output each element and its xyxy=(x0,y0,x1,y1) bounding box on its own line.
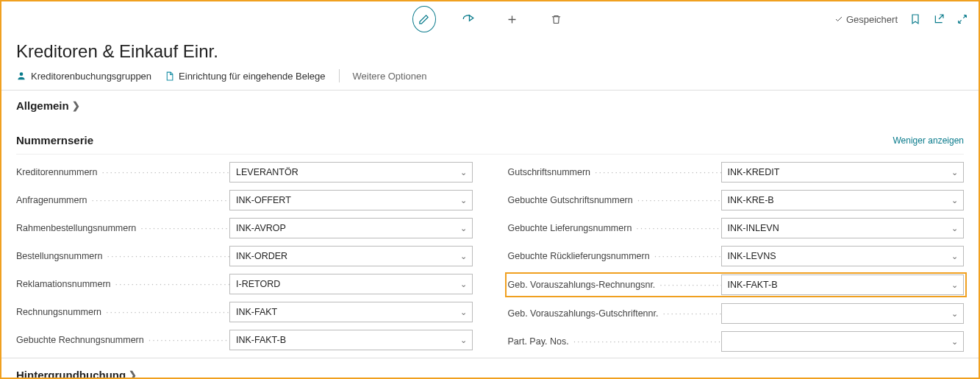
field-row: Geb. Vorauszahlungs-Rechnungsnr.⌄ xyxy=(507,274,966,296)
field-wrap: ⌄ xyxy=(721,303,965,324)
field-wrap: ⌄ xyxy=(721,331,965,352)
trash-icon xyxy=(551,14,562,25)
field-row: Gebuchte Lieferungsnummern⌄ xyxy=(508,218,965,238)
field-row: Reklamationsnummern⌄ xyxy=(16,274,473,294)
new-button[interactable] xyxy=(501,7,524,31)
field-wrap: ⌄ xyxy=(229,246,473,266)
topbar: Gespeichert xyxy=(1,1,979,37)
field-wrap: ⌄ xyxy=(229,274,473,294)
field-row: Gebuchte Rücklieferungsnummern⌄ xyxy=(508,246,965,266)
divider xyxy=(339,69,340,82)
field-wrap: ⌄ xyxy=(229,330,473,350)
field-label: Gutschriftsnummern xyxy=(508,167,721,177)
field-row: Gebuchte Gutschriftsnummern⌄ xyxy=(508,190,965,210)
fields-right-column: Gutschriftsnummern⌄Gebuchte Gutschriftsn… xyxy=(508,162,965,352)
field-row: Bestellungsnummern⌄ xyxy=(16,246,473,266)
dropdown-input[interactable] xyxy=(229,302,473,322)
field-row: Rahmenbestellungsnummern⌄ xyxy=(16,218,473,238)
field-wrap: ⌄ xyxy=(721,246,965,266)
section-head-number-series[interactable]: Nummernserie Weniger anzeigen xyxy=(16,134,964,155)
cmd-posting-groups[interactable]: Kreditorenbuchungsgruppen xyxy=(16,71,151,82)
share-icon xyxy=(462,13,475,26)
chevron-right-icon: ❯ xyxy=(72,100,80,111)
field-label: Gebuchte Lieferungsnummern xyxy=(508,223,721,233)
document-icon xyxy=(165,71,174,81)
dropdown-input[interactable] xyxy=(721,190,965,210)
field-label: Bestellungsnummern xyxy=(16,251,229,261)
field-row: Anfragenummern⌄ xyxy=(16,190,473,210)
field-label: Part. Pay. Nos. xyxy=(508,336,721,347)
field-label: Geb. Vorauszahlungs-Rechnungsnr. xyxy=(508,280,721,290)
field-label: Gebuchte Rechnungsnummern xyxy=(16,335,229,345)
fields-left-column: Kreditorennummern⌄Anfragenummern⌄Rahmenb… xyxy=(16,162,473,352)
field-wrap: ⌄ xyxy=(229,302,473,322)
dropdown-input[interactable] xyxy=(229,274,473,294)
dropdown-input[interactable] xyxy=(721,218,965,238)
show-less-link[interactable]: Weniger anzeigen xyxy=(893,135,964,146)
share-button[interactable] xyxy=(457,7,480,31)
chevron-right-icon: ❯ xyxy=(129,369,137,379)
field-label: Gebuchte Rücklieferungsnummern xyxy=(508,251,721,261)
field-label: Rahmenbestellungsnummern xyxy=(16,223,229,233)
field-row: Gebuchte Rechnungsnummern⌄ xyxy=(16,330,473,350)
field-label: Anfragenummern xyxy=(16,195,229,205)
section-general: Allgemein ❯ xyxy=(1,91,979,125)
bookmark-button[interactable] xyxy=(909,13,921,25)
collapse-button[interactable] xyxy=(956,13,968,25)
field-label: Kreditorennummern xyxy=(16,167,229,177)
field-wrap: ⌄ xyxy=(229,190,473,210)
saved-status: Gespeichert xyxy=(834,14,898,25)
collapse-icon xyxy=(956,13,968,25)
field-wrap: ⌄ xyxy=(721,190,965,210)
section-head-general[interactable]: Allgemein ❯ xyxy=(16,99,964,119)
dropdown-input[interactable] xyxy=(229,218,473,238)
field-row: Rechnungsnummern⌄ xyxy=(16,302,473,322)
dropdown-input[interactable] xyxy=(721,246,965,266)
popout-icon xyxy=(933,13,945,25)
cmd-more-options[interactable]: Weitere Optionen xyxy=(353,71,427,82)
person-icon xyxy=(16,71,26,81)
field-row: Part. Pay. Nos.⌄ xyxy=(508,331,965,352)
dropdown-input[interactable] xyxy=(721,162,965,183)
section-head-background-posting[interactable]: Hintergrundbuchung ❯ xyxy=(16,369,964,379)
dropdown-input[interactable] xyxy=(229,330,473,350)
delete-button[interactable] xyxy=(545,7,568,31)
dropdown-input[interactable] xyxy=(229,246,473,266)
svg-point-0 xyxy=(20,72,24,76)
field-row: Geb. Vorauszahlungs-Gutschriftennr.⌄ xyxy=(508,303,965,324)
field-wrap: ⌄ xyxy=(721,162,965,183)
dropdown-input[interactable] xyxy=(721,274,965,295)
field-row: Kreditorennummern⌄ xyxy=(16,162,473,183)
field-wrap: ⌄ xyxy=(721,274,965,295)
edit-button[interactable] xyxy=(412,7,436,31)
section-background-posting: Hintergrundbuchung ❯ xyxy=(1,358,979,379)
field-row: Gutschriftsnummern⌄ xyxy=(508,162,965,183)
field-wrap: ⌄ xyxy=(229,218,473,238)
dropdown-input[interactable] xyxy=(229,190,473,210)
command-bar: Kreditorenbuchungsgruppen Einrichtung fü… xyxy=(1,69,979,91)
cmd-incoming-docs[interactable]: Einrichtung für eingehende Belege xyxy=(165,71,325,82)
field-wrap: ⌄ xyxy=(229,162,473,183)
plus-icon xyxy=(506,13,518,26)
field-label: Gebuchte Gutschriftsnummern xyxy=(508,195,721,205)
field-label: Rechnungsnummern xyxy=(16,307,229,317)
section-number-series: Nummernserie Weniger anzeigen Kreditoren… xyxy=(1,125,979,358)
field-label: Reklamationsnummern xyxy=(16,279,229,289)
field-wrap: ⌄ xyxy=(721,218,965,238)
dropdown-input[interactable] xyxy=(229,162,473,183)
field-label: Geb. Vorauszahlungs-Gutschriftennr. xyxy=(508,308,721,319)
page-title: Kreditoren & Einkauf Einr. xyxy=(1,37,979,69)
dropdown-input[interactable] xyxy=(721,331,965,352)
dropdown-input[interactable] xyxy=(721,303,965,324)
check-icon xyxy=(834,15,843,24)
pencil-icon xyxy=(412,6,436,32)
popout-button[interactable] xyxy=(933,13,945,25)
bookmark-icon xyxy=(909,13,921,25)
